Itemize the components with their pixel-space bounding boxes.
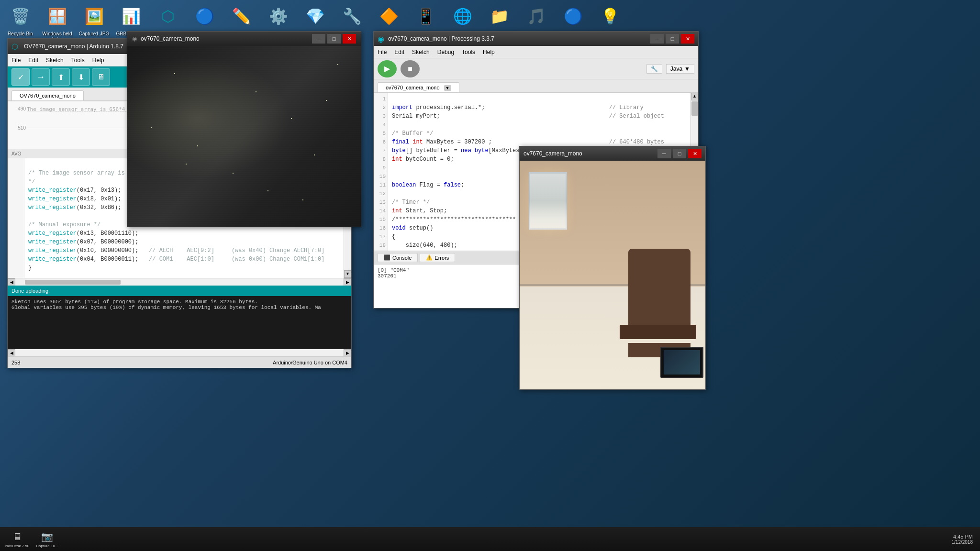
processing-debugger-button[interactable]: 🔧: [646, 64, 662, 74]
sparkle-8: [267, 190, 268, 191]
capture-icon: 📷: [40, 530, 54, 543]
taskbar: 🖥 NavDesk 7.50 📷 Capture 1u... 4:45 PM 1…: [0, 527, 980, 551]
processing-window-controls: ─ □ ✕: [650, 34, 694, 44]
camera-maximize-button[interactable]: □: [327, 34, 341, 44]
arduino-new-button[interactable]: ⬆: [52, 68, 70, 86]
small-screen-display: [664, 350, 700, 375]
navdesk-icon: 🖥: [11, 530, 24, 543]
processing-tab-dropdown[interactable]: ▼: [444, 85, 451, 91]
processing-line-numbers: 12345 678910 1112131415 16171819: [374, 93, 388, 251]
capture1jpg-label: Capture1.JPG: [79, 31, 109, 36]
graph-label-490: 490: [8, 106, 26, 111]
recycle-bin-icon: 🗑️: [9, 7, 32, 30]
graph-comment-text: The image sensor array is 656*4: [27, 106, 125, 112]
processing-menu-help[interactable]: Help: [483, 49, 495, 55]
window-view: [529, 172, 567, 230]
grbl-icon: 📊: [120, 7, 143, 30]
arduino-status-text: Done uploading.: [11, 288, 50, 294]
filezilla-icon: 📁: [488, 7, 511, 30]
room-background: [520, 161, 705, 389]
processing-tab-main[interactable]: ov7670_camera_mono ▼: [378, 82, 459, 92]
processing-language-selector[interactable]: Java ▼: [666, 64, 694, 74]
sparkle-11: [186, 164, 187, 165]
photo-close-button[interactable]: ✕: [688, 149, 702, 158]
ugs-icon: 🔧: [341, 7, 364, 30]
photo-preview-window: ov7670_camera_mono ─ □ ✕: [519, 146, 706, 390]
arduino-tab-main[interactable]: OV7670_camera_mono: [11, 90, 84, 100]
arduino-line-numbers: [8, 158, 24, 278]
arduino-board-info: Arduino/Genuino Uno on COM4: [273, 360, 347, 365]
processing-menubar: File Edit Sketch Debug Tools Help: [374, 46, 698, 58]
arduino-hscroll-right[interactable]: ▶: [344, 278, 351, 286]
welcome-icon: 🌐: [451, 7, 474, 30]
arduino-hscroll[interactable]: ◀ ▶: [8, 278, 351, 286]
photo-minimize-button[interactable]: ─: [657, 149, 671, 158]
processing-console-tab[interactable]: ⬛ Console: [378, 253, 418, 262]
instructables-icon: 🔶: [378, 7, 401, 30]
arduino-console-scroll-right[interactable]: ▶: [344, 349, 351, 357]
arduino-open-button[interactable]: ⬇: [72, 68, 90, 86]
arduino-icon: ⬡: [156, 7, 179, 30]
arduino-menu-edit[interactable]: Edit: [28, 57, 38, 64]
arduino-hscroll-thumb[interactable]: [25, 280, 121, 285]
debug-icon: 🔧: [651, 66, 658, 72]
processing-menu-debug[interactable]: Debug: [437, 49, 454, 55]
navdesk-label: NavDesk 7.50: [5, 544, 29, 548]
chair-back: [628, 249, 690, 325]
capture-label: Capture 1u...: [36, 544, 58, 548]
arduino-menu-help[interactable]: Help: [92, 57, 104, 64]
camera-window-title: ov7670_camera_mono: [141, 35, 308, 42]
camera-window-icon: ◉: [132, 35, 137, 42]
avg-label: AVG: [11, 151, 21, 156]
processing-minimize-button[interactable]: ─: [650, 34, 664, 44]
taskbar-item-navdesk[interactable]: 🖥 NavDesk 7.50: [2, 529, 32, 550]
camera-sparkles: [127, 46, 361, 227]
processing-maximize-button[interactable]: □: [666, 34, 679, 44]
arduino-hscroll-left[interactable]: ◀: [8, 278, 15, 286]
arduino-status-bar: Done uploading.: [8, 286, 351, 296]
sparkle-7: [326, 100, 327, 101]
photo-maximize-button[interactable]: □: [673, 149, 686, 158]
camera-minimize-button[interactable]: ─: [312, 34, 325, 44]
processing-scroll-up[interactable]: ▲: [691, 93, 699, 100]
sparkle-6: [233, 173, 234, 174]
arduino-verify-button[interactable]: ✓: [11, 68, 30, 86]
processing-run-button[interactable]: ▶: [378, 60, 397, 77]
inkscape-icon: ✏️: [230, 7, 253, 30]
processing-menu-sketch[interactable]: Sketch: [412, 49, 430, 55]
processing-stop-button[interactable]: ■: [401, 60, 420, 77]
processing-menu-file[interactable]: File: [378, 49, 387, 55]
arduino-scroll-down[interactable]: ▼: [344, 270, 352, 278]
sparkle-9: [337, 64, 338, 65]
arduino-menu-file[interactable]: File: [11, 57, 21, 64]
taskbar-time: 4:45 PM 1/12/2018: [952, 534, 978, 545]
arduino-console-hscroll[interactable]: ◀ ▶: [8, 349, 351, 356]
taskbar-item-capture[interactable]: 📷 Capture 1u...: [33, 529, 61, 550]
processing-menu-edit[interactable]: Edit: [394, 49, 404, 55]
sparkle-2: [256, 91, 256, 92]
processing-menu-tools[interactable]: Tools: [462, 49, 475, 55]
small-laptop: [660, 347, 703, 378]
arduino-save-button[interactable]: 🖥: [92, 68, 110, 86]
arduino-menu-sketch[interactable]: Sketch: [46, 57, 64, 64]
processing-tab-bar: ov7670_camera_mono ▼: [374, 79, 698, 93]
arduino-menu-tools[interactable]: Tools: [71, 57, 85, 64]
processing-window-icon: ◉: [378, 34, 384, 44]
camera-close-button[interactable]: ✕: [343, 34, 356, 44]
carbide-icon: 💎: [304, 7, 327, 30]
console-icon: ⬛: [384, 254, 390, 261]
arduino-console-line-2: Global variables use 395 bytes (19%) of …: [11, 305, 347, 310]
photo-title: ov7670_camera_mono: [523, 150, 657, 157]
console-tab-label: Console: [392, 255, 412, 261]
sparkle-12: [302, 199, 303, 200]
sparkle-3: [291, 118, 292, 119]
camera-titlebar: ◉ ov7670_camera_mono ─ □ ✕: [127, 32, 361, 46]
processing-scroll-thumb[interactable]: [691, 101, 698, 116]
processing-close-button[interactable]: ✕: [681, 34, 694, 44]
camera-image: [127, 46, 361, 227]
arduino-console-scroll-left[interactable]: ◀: [8, 349, 15, 357]
camera-window-controls: ─ □ ✕: [312, 34, 356, 44]
processing-errors-tab[interactable]: ⚠️ Errors: [420, 253, 455, 262]
processing-titlebar: ◉ ov7670_camera_mono | Processing 3.3.7 …: [374, 32, 698, 46]
arduino-upload-button[interactable]: →: [32, 68, 50, 86]
